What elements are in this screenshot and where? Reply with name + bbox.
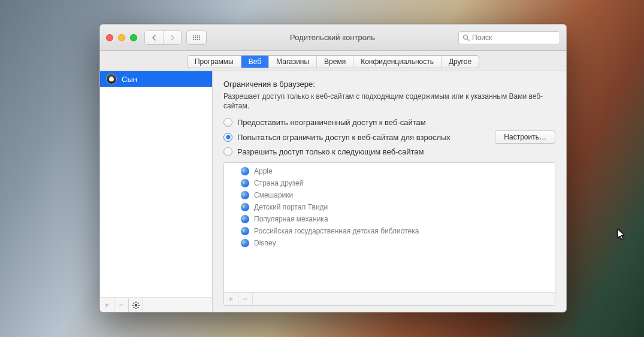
add-user-button[interactable]: +: [100, 298, 114, 312]
svg-point-5: [195, 37, 196, 38]
svg-point-6: [197, 37, 198, 38]
user-row[interactable]: Сын: [100, 71, 212, 87]
svg-line-20: [137, 306, 138, 308]
user-list[interactable]: Сын: [100, 71, 212, 297]
globe-icon: [241, 203, 249, 211]
remove-site-button[interactable]: −: [238, 293, 253, 305]
globe-icon: [241, 227, 249, 235]
svg-point-10: [197, 39, 198, 40]
radio-label: Попытаться ограничить доступ к веб-сайта…: [237, 133, 451, 142]
forward-button[interactable]: [163, 31, 181, 44]
tab-0[interactable]: Программы: [188, 56, 241, 68]
tab-segment: ПрограммыВебМагазиныВремяКонфиденциально…: [187, 55, 479, 68]
radio-button[interactable]: [223, 133, 232, 142]
svg-line-21: [137, 302, 138, 303]
configure-button[interactable]: Настроить…: [495, 130, 555, 144]
svg-point-7: [199, 37, 200, 38]
svg-point-2: [197, 35, 198, 37]
back-button[interactable]: [145, 31, 163, 44]
tab-3[interactable]: Время: [316, 56, 353, 68]
sidebar-gear-button[interactable]: [129, 298, 143, 312]
nav-back-forward: [144, 31, 182, 45]
gear-icon: [132, 301, 140, 309]
section-description: Разрешает доступ только к веб-сайтам с п…: [223, 92, 555, 111]
site-row[interactable]: Смешарики: [224, 189, 555, 201]
svg-point-4: [193, 37, 194, 38]
svg-point-0: [193, 35, 194, 37]
show-all-prefs-button[interactable]: [186, 31, 207, 45]
site-name: Смешарики: [254, 191, 293, 199]
svg-point-1: [195, 35, 196, 37]
close-window-button[interactable]: [106, 34, 113, 41]
svg-point-14: [134, 303, 137, 306]
radio-button[interactable]: [223, 118, 232, 127]
site-name: Disney: [254, 239, 276, 247]
site-name: Популярная механика: [254, 215, 328, 223]
add-site-button[interactable]: +: [224, 293, 238, 305]
parental-control-window: Родительский контроль ПрограммыВебМагази…: [99, 24, 567, 312]
mouse-cursor: [617, 229, 627, 242]
svg-line-19: [133, 302, 134, 303]
traffic-lights: [106, 34, 137, 41]
users-sidebar: Сын + −: [100, 71, 213, 312]
allowed-sites-list[interactable]: AppleСтрана друзейСмешарикиДетский порта…: [224, 163, 555, 292]
content-pane: Ограничения в браузере: Разрешает доступ…: [213, 71, 566, 312]
site-name: Детский портал Твиди: [254, 203, 328, 211]
window-title: Родительский контроль: [207, 33, 458, 42]
site-name: Apple: [254, 167, 273, 175]
globe-icon: [241, 179, 249, 187]
svg-point-3: [199, 35, 200, 37]
svg-point-8: [193, 39, 194, 40]
search-icon: [462, 34, 470, 41]
radio-button[interactable]: [223, 147, 232, 156]
window-titlebar: Родительский контроль: [100, 25, 566, 51]
site-row[interactable]: Детский портал Твиди: [224, 201, 555, 213]
globe-icon: [241, 239, 249, 247]
globe-icon: [241, 215, 249, 223]
tab-bar: ПрограммыВебМагазиныВремяКонфиденциально…: [100, 51, 566, 71]
search-input[interactable]: [472, 34, 556, 42]
site-row[interactable]: Apple: [224, 165, 555, 177]
site-row[interactable]: Популярная механика: [224, 213, 555, 225]
radio-label: Предоставить неограниченный доступ к веб…: [237, 118, 426, 127]
site-row[interactable]: Российская государственная детская библи…: [224, 225, 555, 237]
svg-point-12: [464, 35, 468, 39]
avatar: [106, 74, 117, 84]
globe-icon: [241, 167, 249, 175]
sites-footer: + −: [224, 292, 555, 305]
radio-option-2[interactable]: Разрешить доступ только к следующим веб-…: [223, 147, 555, 156]
svg-point-9: [195, 39, 196, 40]
tab-4[interactable]: Конфиденциальность: [353, 56, 441, 68]
search-field[interactable]: [458, 31, 560, 44]
chevron-right-icon: [170, 35, 175, 41]
restriction-options: Предоставить неограниченный доступ к веб…: [223, 118, 555, 156]
radio-label: Разрешить доступ только к следующим веб-…: [237, 147, 424, 156]
window-body: Сын + − Ограничения в браузере: Разрешае…: [100, 71, 566, 312]
svg-line-22: [133, 306, 134, 308]
radio-option-1[interactable]: Попытаться ограничить доступ к веб-сайта…: [223, 130, 555, 144]
site-row[interactable]: Disney: [224, 237, 555, 249]
tab-2[interactable]: Магазины: [268, 56, 316, 68]
site-row[interactable]: Страна друзей: [224, 177, 555, 189]
radio-option-0[interactable]: Предоставить неограниченный доступ к веб…: [223, 118, 555, 127]
site-name: Российская государственная детская библи…: [254, 227, 419, 235]
allowed-sites-box: AppleСтрана друзейСмешарикиДетский порта…: [223, 162, 555, 306]
globe-icon: [241, 191, 249, 199]
tab-1[interactable]: Веб: [241, 56, 268, 68]
cursor-icon: [617, 229, 627, 241]
sidebar-footer: + −: [100, 297, 212, 312]
desktop-wallpaper: Родительский контроль ПрограммыВебМагази…: [0, 0, 644, 337]
minimize-window-button[interactable]: [118, 34, 125, 41]
user-name: Сын: [122, 75, 137, 84]
tab-5[interactable]: Другое: [441, 56, 479, 68]
site-name: Страна друзей: [254, 179, 303, 187]
section-title: Ограничения в браузере:: [223, 80, 555, 89]
svg-point-11: [199, 39, 200, 40]
chevron-left-icon: [152, 35, 156, 41]
grid-icon: [192, 35, 201, 41]
remove-user-button[interactable]: −: [114, 298, 129, 312]
zoom-window-button[interactable]: [130, 34, 137, 41]
svg-line-13: [467, 39, 469, 41]
